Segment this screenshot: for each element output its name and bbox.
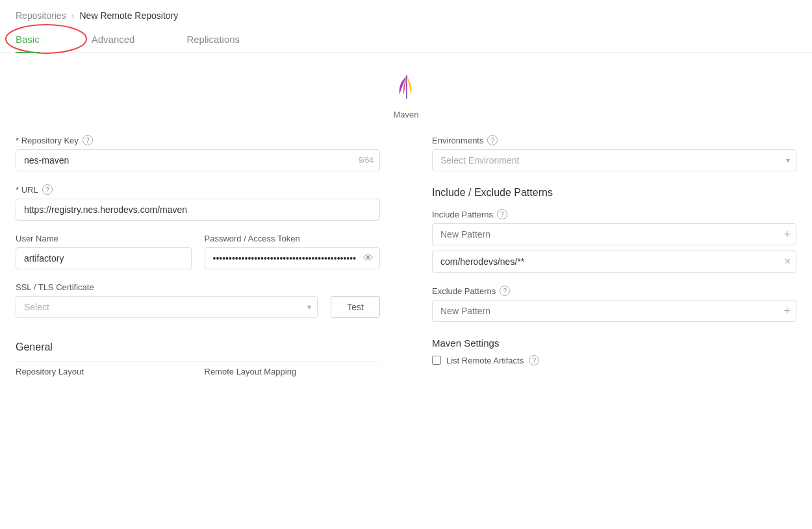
repo-layout-label: Repository Layout bbox=[16, 367, 192, 376]
username-input[interactable] bbox=[16, 247, 192, 269]
form-right: Environments ? Select Environment ▾ Incl… bbox=[432, 135, 796, 378]
general-section: General Repository Layout Remote Layout … bbox=[16, 341, 380, 376]
password-toggle-icon[interactable]: 👁 bbox=[363, 252, 374, 264]
exclude-patterns-label: Exclude Patterns ? bbox=[432, 286, 796, 296]
ssl-select-wrapper: Select ▾ bbox=[16, 296, 318, 318]
include-pattern-input-wrapper: + bbox=[432, 223, 796, 245]
password-input[interactable] bbox=[205, 247, 381, 269]
list-remote-row: List Remote Artifacts ? bbox=[432, 355, 796, 365]
tabs-container: Basic Advanced Replications bbox=[0, 26, 812, 53]
remote-layout-label: Remote Layout Mapping bbox=[205, 367, 381, 376]
package-icon-area: Maven bbox=[16, 69, 796, 119]
include-exclude-section: Include / Exclude Patterns Include Patte… bbox=[432, 187, 796, 322]
url-label: * URL ? bbox=[16, 184, 380, 195]
repo-key-label: * Repository Key ? bbox=[16, 135, 380, 145]
breadcrumb-repositories[interactable]: Repositories bbox=[16, 10, 66, 21]
tab-basic[interactable]: Basic bbox=[16, 26, 40, 53]
exclude-pattern-input-wrapper: + bbox=[432, 300, 796, 322]
repo-key-char-count: 9/64 bbox=[359, 156, 374, 165]
password-input-wrapper: 👁 bbox=[205, 247, 381, 269]
environments-select[interactable]: Select Environment bbox=[432, 149, 796, 171]
repo-key-input-wrapper: 9/64 bbox=[16, 149, 380, 171]
include-pattern-add-icon[interactable]: + bbox=[783, 228, 791, 240]
maven-settings-title: Maven Settings bbox=[432, 338, 796, 349]
tab-advanced-label: Advanced bbox=[92, 34, 135, 45]
exclude-pattern-add-icon[interactable]: + bbox=[783, 305, 791, 317]
repo-key-help-icon[interactable]: ? bbox=[82, 135, 93, 145]
repo-layout-group: Repository Layout bbox=[16, 367, 192, 376]
content-area: Maven * Repository Key ? 9/64 * URL ? bbox=[0, 53, 812, 394]
include-pattern-remove-icon[interactable]: × bbox=[785, 256, 791, 267]
exclude-patterns-help-icon[interactable]: ? bbox=[500, 286, 510, 296]
include-pattern-tag: com/herodevs/nes/** × bbox=[432, 251, 796, 273]
maven-icon bbox=[388, 69, 424, 107]
password-label: Password / Access Token bbox=[205, 234, 381, 243]
form-left: * Repository Key ? 9/64 * URL ? bbox=[16, 135, 380, 378]
include-pattern-input[interactable] bbox=[440, 229, 772, 240]
breadcrumb: Repositories › New Remote Repository bbox=[0, 0, 812, 26]
include-patterns-help-icon[interactable]: ? bbox=[497, 209, 507, 219]
include-patterns-label: Include Patterns ? bbox=[432, 209, 796, 219]
url-group: * URL ? bbox=[16, 184, 380, 221]
maven-settings-section: Maven Settings List Remote Artifacts ? bbox=[432, 338, 796, 365]
tab-advanced[interactable]: Advanced bbox=[92, 26, 135, 53]
breadcrumb-separator: › bbox=[71, 10, 75, 21]
environments-label: Environments ? bbox=[432, 135, 796, 145]
url-input[interactable] bbox=[16, 199, 380, 221]
ssl-group: SSL / TLS Certificate Select ▾ bbox=[16, 282, 318, 318]
list-remote-label: List Remote Artifacts bbox=[446, 356, 524, 365]
username-label: User Name bbox=[16, 234, 192, 243]
repo-key-group: * Repository Key ? 9/64 bbox=[16, 135, 380, 171]
tab-replications-label: Replications bbox=[186, 34, 240, 45]
environments-group: Environments ? Select Environment ▾ bbox=[432, 135, 796, 171]
username-group: User Name bbox=[16, 234, 192, 269]
remote-layout-group: Remote Layout Mapping bbox=[205, 367, 381, 376]
exclude-patterns-group: Exclude Patterns ? + bbox=[432, 286, 796, 322]
tab-replications[interactable]: Replications bbox=[186, 26, 240, 53]
ssl-test-row: SSL / TLS Certificate Select ▾ Test bbox=[16, 282, 380, 331]
credentials-row: User Name Password / Access Token 👁 bbox=[16, 234, 380, 282]
test-button[interactable]: Test bbox=[331, 296, 380, 318]
include-patterns-group: Include Patterns ? + com/herodevs/nes/**… bbox=[432, 209, 796, 273]
password-group: Password / Access Token 👁 bbox=[205, 234, 381, 269]
repo-key-input[interactable] bbox=[16, 149, 380, 171]
environments-select-wrapper: Select Environment ▾ bbox=[432, 149, 796, 171]
form-layout: * Repository Key ? 9/64 * URL ? bbox=[16, 135, 796, 378]
list-remote-help-icon[interactable]: ? bbox=[529, 355, 539, 365]
breadcrumb-current: New Remote Repository bbox=[80, 10, 179, 21]
general-divider bbox=[16, 361, 380, 362]
tab-basic-label: Basic bbox=[16, 34, 40, 45]
package-label: Maven bbox=[393, 110, 418, 119]
list-remote-checkbox[interactable] bbox=[432, 356, 441, 365]
include-pattern-value: com/herodevs/nes/** bbox=[440, 256, 524, 267]
general-title: General bbox=[16, 341, 380, 353]
environments-help-icon[interactable]: ? bbox=[487, 135, 498, 145]
url-help-icon[interactable]: ? bbox=[42, 184, 53, 195]
include-exclude-title: Include / Exclude Patterns bbox=[432, 187, 796, 199]
general-row: Repository Layout Remote Layout Mapping bbox=[16, 367, 380, 376]
ssl-label: SSL / TLS Certificate bbox=[16, 282, 318, 292]
test-button-group: Test bbox=[331, 296, 380, 318]
exclude-pattern-input[interactable] bbox=[440, 306, 772, 316]
ssl-select[interactable]: Select bbox=[16, 296, 318, 318]
